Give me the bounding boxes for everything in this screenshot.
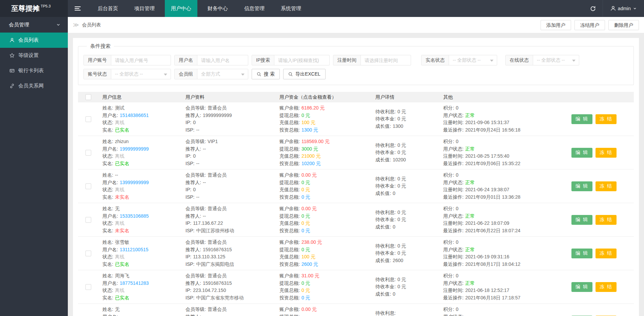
freeze-button[interactable]: 冻 结	[596, 282, 617, 292]
freeze-button[interactable]: 冻 结	[596, 249, 617, 258]
add-user-button[interactable]: 添加用户	[541, 20, 571, 30]
sidebar-group-member-management[interactable]: 会员管理	[0, 17, 68, 33]
recharge-value[interactable]: 0 元	[301, 187, 310, 192]
withdraw-value[interactable]: 0 元	[301, 213, 310, 219]
ip-input[interactable]	[278, 58, 326, 63]
edit-button[interactable]: 编 辑	[571, 282, 592, 292]
account-status-select[interactable]: -- 全部状态 --	[111, 69, 171, 79]
nav-item-system[interactable]: 系统管理	[275, 0, 307, 17]
name-value: 张雪敏	[115, 239, 129, 245]
sidebar-item-bank-card-list[interactable]: 银行卡列表	[0, 63, 68, 78]
level-value: 普通会员	[208, 172, 227, 178]
withdraw-value[interactable]: 0 元	[301, 280, 310, 286]
username-link[interactable]: 18775141283	[120, 280, 149, 286]
regtime-input[interactable]	[365, 58, 407, 63]
edit-button[interactable]: 编 辑	[571, 181, 592, 191]
withdraw-value[interactable]: 0 元	[301, 247, 310, 252]
sidebar-item-member-list[interactable]: 会员列表	[0, 33, 68, 48]
username-link[interactable]: 15148386651	[120, 113, 149, 118]
invest-value[interactable]: 1300 元	[301, 127, 318, 133]
freeze-button[interactable]: 冻 结	[596, 181, 617, 191]
search-button[interactable]: 搜 索	[252, 69, 280, 79]
balance-value[interactable]: 118569.00 元	[301, 139, 330, 144]
sidebar-item-member-network[interactable]: 会员关系网	[0, 78, 68, 94]
edit-button[interactable]: 编 辑	[571, 148, 592, 158]
invest-label: 投资总额:	[279, 295, 300, 300]
recharge-value[interactable]: 0 元	[301, 220, 310, 226]
withdraw-label: 提现总额:	[279, 314, 300, 316]
member-group-select[interactable]: 全部方式	[197, 69, 248, 79]
row-checkbox[interactable]	[85, 183, 91, 189]
refresh-icon[interactable]	[583, 0, 603, 17]
status-label: 状态:	[102, 220, 113, 226]
withdraw-value[interactable]: 0 元	[301, 113, 310, 118]
cell-user-details: 待收利息:0 元 待收本金:0 元 成长值:2600	[371, 242, 439, 264]
balance-value[interactable]: 0.00 元	[301, 307, 317, 312]
edit-button[interactable]: 编 辑	[571, 114, 592, 124]
freeze-user-button[interactable]: 冻结用户	[574, 20, 605, 30]
invest-value[interactable]: 0 元	[301, 228, 310, 233]
freeze-button[interactable]: 冻 结	[596, 215, 617, 225]
ip-value: 0	[193, 153, 196, 159]
user-menu[interactable]: admin	[603, 0, 644, 17]
nav-item-project[interactable]: 项目管理	[128, 0, 161, 17]
invest-value[interactable]: 0 元	[301, 194, 310, 200]
search-field-realname-status: 实名状态 -- 全部状态 --	[421, 55, 497, 65]
nav-item-home[interactable]: 后台首页	[92, 0, 124, 17]
invest-value[interactable]: 2600 元	[301, 261, 318, 267]
username-link[interactable]: 13999999999	[120, 180, 149, 185]
realname-status-select[interactable]: -- 全部状态 --	[449, 55, 497, 65]
balance-value[interactable]: 238.00 元	[301, 239, 322, 245]
username-link[interactable]: 19999999999	[120, 146, 149, 152]
recharge-value[interactable]: 0 元	[301, 288, 310, 293]
nav-item-finance[interactable]: 财务中心	[201, 0, 234, 17]
withdraw-value[interactable]: 3000 元	[301, 146, 318, 152]
isp-value: --	[196, 127, 199, 133]
row-checkbox[interactable]	[85, 284, 91, 290]
edit-button[interactable]: 编 辑	[571, 249, 592, 258]
cell-user-profile: 会员等级:普通会员 推荐人:-- IP:0 ISP:--	[181, 172, 275, 201]
points-value: 0	[456, 172, 458, 178]
level-value: 普通会员	[208, 307, 227, 312]
row-checkbox[interactable]	[85, 150, 91, 156]
nav-item-info[interactable]: 信息管理	[238, 0, 271, 17]
export-excel-button[interactable]: 导出EXCEL	[283, 69, 326, 79]
recharge-value[interactable]: 21000 元	[301, 153, 321, 159]
balance-value[interactable]: 6186.20 元	[301, 105, 325, 111]
isp-value: 中国广东揭阳电信	[196, 261, 234, 267]
referrer-value: --	[203, 180, 206, 185]
row-checkbox[interactable]	[85, 251, 91, 256]
edit-button[interactable]: 编 辑	[571, 215, 592, 225]
account-input[interactable]	[115, 58, 167, 63]
username-link[interactable]: 13112100515	[120, 247, 149, 252]
username-label: 用户名:	[102, 113, 118, 118]
invest-value[interactable]: 0 元	[301, 295, 310, 300]
recharge-value[interactable]: 100 元	[301, 120, 315, 125]
username-link[interactable]: 15335106885	[120, 213, 149, 219]
sidebar-item-level-settings[interactable]: 等级设置	[0, 48, 68, 63]
row-checkbox[interactable]	[85, 217, 91, 223]
freeze-button[interactable]: 冻 结	[596, 114, 617, 124]
freeze-button[interactable]: 冻 结	[596, 148, 617, 158]
balance-value[interactable]: 0.00 元	[301, 172, 317, 178]
growth-label: 成长值:	[375, 191, 391, 196]
sidebar-item-label: 等级设置	[18, 52, 39, 59]
username-input[interactable]	[201, 58, 244, 63]
balance-value[interactable]: 31.00 元	[301, 273, 319, 278]
user-status-label: 用户状态:	[443, 113, 464, 118]
delete-user-button[interactable]: 删除用户	[608, 20, 639, 30]
hamburger-menu-icon[interactable]	[68, 0, 87, 17]
user-avatar-icon	[610, 6, 616, 11]
online-status-select[interactable]: -- 全部状态 --	[533, 55, 579, 65]
points-label: 积分:	[443, 307, 454, 312]
growth-label: 成长值:	[375, 224, 391, 230]
select-all-checkbox[interactable]	[85, 94, 91, 100]
recharge-value[interactable]: 100 元	[301, 254, 315, 259]
invest-value[interactable]: 10200 元	[301, 161, 321, 166]
cell-user-funds: 账户余额:0.00 元 提现总额: 充值总额: 投资总额:	[275, 306, 371, 316]
cell-user-funds: 账户余额:118569.00 元 提现总额:3000 元 充值总额:21000 …	[275, 138, 371, 167]
withdraw-value[interactable]: 0 元	[301, 180, 310, 185]
nav-item-user[interactable]: 用户中心	[165, 0, 197, 17]
balance-value[interactable]: 0.00 元	[301, 206, 317, 211]
row-checkbox[interactable]	[85, 116, 91, 122]
